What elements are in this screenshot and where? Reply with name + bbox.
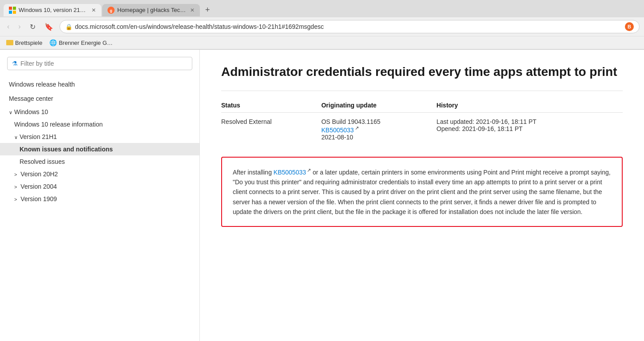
main-layout: ⚗ Windows release health Message center … — [0, 50, 644, 341]
address-bar[interactable] — [75, 23, 622, 30]
tab-title-windows10: Windows 10, version 21H1 | Micro… — [19, 7, 89, 13]
external-link-icon-desc: ↗ — [307, 167, 311, 173]
filter-box[interactable]: ⚗ — [7, 57, 192, 70]
svg-rect-1 — [13, 7, 16, 10]
cell-history: Last updated: 2021-09-16, 18:11 PT Opene… — [437, 113, 623, 146]
svg-rect-2 — [9, 11, 12, 14]
bookmark-label: Brettspiele — [15, 40, 42, 46]
chevron-right-icon: > — [14, 184, 17, 190]
col-header-status: Status — [221, 98, 321, 113]
description-text-before: After installing — [233, 169, 274, 176]
chevron-down-icon: ∨ — [14, 135, 18, 140]
external-link-icon: ↗ — [355, 125, 359, 131]
tab-windows10[interactable]: Windows 10, version 21H1 | Micro… ✕ — [4, 4, 101, 16]
nav-bar: ‹ › ↻ 🔖 🔒 B — [0, 17, 644, 36]
new-tab-button[interactable]: + — [201, 3, 215, 17]
folder-icon — [6, 40, 13, 45]
sidebar-section-version20h2[interactable]: > Version 20H2 — [0, 168, 199, 180]
brave-icon: B — [625, 22, 634, 31]
svg-rect-3 — [13, 11, 16, 14]
tab-close-windows10[interactable]: ✕ — [91, 7, 96, 13]
os-build-text: OS Build 19043.1165 — [321, 118, 380, 125]
svg-text:g: g — [110, 8, 112, 13]
back-button[interactable]: ‹ — [4, 22, 12, 32]
tab-close-ghacks[interactable]: ✕ — [190, 7, 195, 13]
sidebar-section-version1909[interactable]: > Version 1909 — [0, 193, 199, 205]
bookmark-label: Brenner Energie G… — [59, 40, 112, 46]
kb5005033-link-desc[interactable]: KB5005033 — [274, 169, 306, 176]
svg-rect-0 — [9, 7, 12, 10]
sidebar-section-windows10[interactable]: ∨Windows 10 — [0, 106, 199, 118]
cell-status: Resolved External — [221, 113, 321, 146]
description-box: After installing KB5005033↗ or a later u… — [221, 157, 623, 227]
ms-favicon-icon — [9, 7, 16, 14]
sidebar: ⚗ Windows release health Message center … — [0, 50, 200, 341]
divider — [221, 91, 623, 91]
lock-icon: 🔒 — [65, 24, 72, 30]
tab-title-ghacks: Homepage | gHacks Technology News — [117, 7, 187, 13]
bookmark-brenner[interactable]: 🌐 Brenner Energie G… — [48, 38, 114, 47]
date-text: 2021-08-10 — [321, 134, 353, 141]
sidebar-item-message-center[interactable]: Message center — [0, 91, 199, 106]
opened-text: Opened: 2021-09-16, 18:11 PT — [437, 125, 523, 132]
sidebar-section-version2004[interactable]: > Version 2004 — [0, 180, 199, 193]
tab-ghacks[interactable]: g Homepage | gHacks Technology News ✕ — [102, 4, 200, 16]
reload-button[interactable]: ↻ — [27, 22, 38, 32]
col-header-history: History — [437, 98, 623, 113]
filter-icon: ⚗ — [12, 60, 18, 67]
chevron-right-icon: > — [14, 172, 17, 177]
address-bar-container: 🔒 B — [60, 20, 640, 33]
browser-chrome: Windows 10, version 21H1 | Micro… ✕ g Ho… — [0, 0, 644, 50]
info-table: Status Originating update History Resolv… — [221, 98, 623, 146]
sidebar-item-resolved-issues[interactable]: Resolved issues — [0, 155, 199, 168]
filter-input[interactable] — [20, 60, 187, 67]
forward-button[interactable]: › — [16, 22, 23, 32]
content-area: Administrator credentials required every… — [200, 50, 644, 341]
chevron-right-icon: > — [14, 197, 17, 202]
page-title: Administrator credentials required every… — [221, 64, 623, 80]
last-updated-text: Last updated: 2021-09-16, 18:11 PT — [437, 118, 537, 125]
cell-originating-update: OS Build 19043.1165 KB5005033↗ 2021-08-1… — [321, 113, 436, 146]
bookmarks-bar: Brettspiele 🌐 Brenner Energie G… — [0, 36, 644, 49]
table-row: Resolved External OS Build 19043.1165 KB… — [221, 113, 623, 146]
tab-bar: Windows 10, version 21H1 | Micro… ✕ g Ho… — [0, 0, 644, 17]
sidebar-item-windows10-release-info[interactable]: Windows 10 release information — [0, 118, 199, 131]
sidebar-item-windows-release-health[interactable]: Windows release health — [0, 77, 199, 91]
col-header-originating: Originating update — [321, 98, 436, 113]
sidebar-section-version21h1[interactable]: ∨Version 21H1 — [0, 131, 199, 143]
bookmark-brettspiele[interactable]: Brettspiele — [4, 39, 44, 47]
globe-icon: 🌐 — [49, 39, 57, 46]
kb5005033-link-table[interactable]: KB5005033 — [321, 127, 354, 134]
sidebar-item-known-issues[interactable]: Known issues and notifications — [0, 143, 199, 155]
bookmark-button[interactable]: 🔖 — [42, 22, 56, 32]
chevron-down-icon: ∨ — [9, 110, 12, 115]
ghacks-favicon-icon: g — [107, 7, 115, 14]
